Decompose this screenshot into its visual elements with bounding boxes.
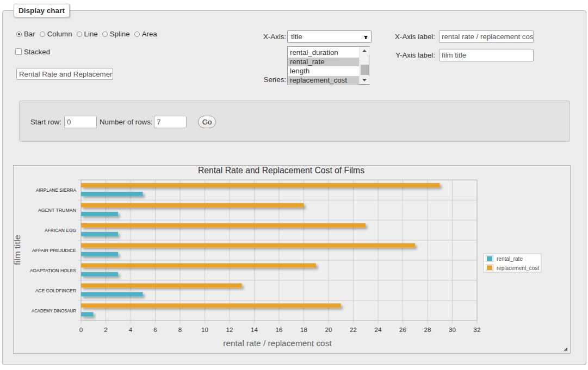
svg-text:replacement_cost: replacement_cost [497,265,539,271]
svg-text:26: 26 [399,327,406,333]
svg-text:18: 18 [300,327,307,333]
svg-text:AIRPLANE SIERRA: AIRPLANE SIERRA [36,187,76,193]
svg-text:4: 4 [129,327,133,333]
svg-text:0: 0 [79,327,83,333]
svg-text:2: 2 [104,327,107,333]
svg-text:ACADEMY DINOSAUR: ACADEMY DINOSAUR [32,308,76,313]
svg-text:14: 14 [251,327,258,333]
svg-text:Rental Rate and Replacement Co: Rental Rate and Replacement Cost of Film… [198,166,364,175]
svg-text:AGENT TRUMAN: AGENT TRUMAN [38,207,76,213]
svg-text:28: 28 [424,327,431,333]
svg-text:6: 6 [153,327,157,333]
svg-text:AFFAIR PREJUDICE: AFFAIR PREJUDICE [32,247,76,253]
svg-text:24: 24 [375,327,382,333]
svg-text:32: 32 [474,327,481,333]
svg-text:12: 12 [226,327,233,333]
svg-text:16: 16 [276,327,283,333]
svg-text:AFRICAN EGG: AFRICAN EGG [45,227,76,233]
svg-text:22: 22 [350,327,357,333]
svg-text:rental_rate: rental_rate [497,255,523,262]
svg-text:ADAPTATION HOLES: ADAPTATION HOLES [30,267,76,273]
svg-text:8: 8 [178,327,182,333]
svg-text:rental rate / replacement cost: rental rate / replacement cost [223,338,332,348]
svg-text:10: 10 [201,327,208,333]
svg-text:20: 20 [325,327,332,333]
svg-text:30: 30 [449,327,456,333]
svg-text:ACE GOLDFINGER: ACE GOLDFINGER [35,287,76,293]
svg-text:film title: film title [13,235,22,265]
